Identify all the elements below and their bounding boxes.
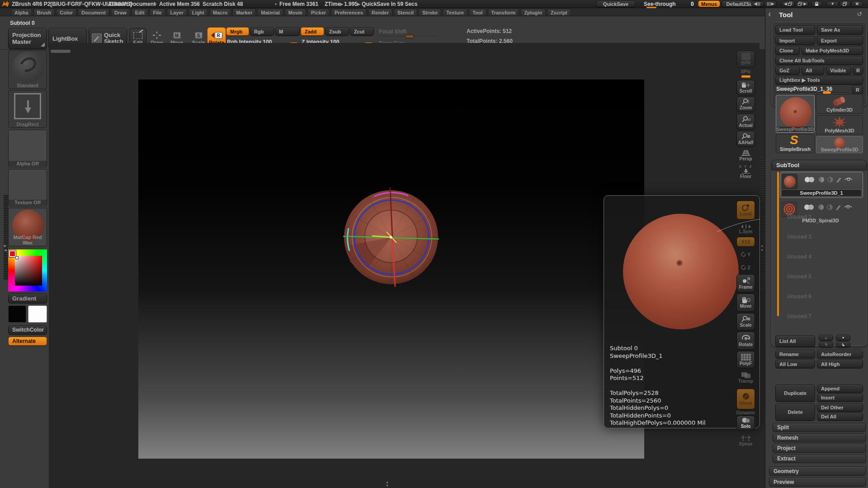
quicksave-button[interactable]: QuickSave [596, 0, 636, 7]
uv-icon[interactable] [818, 204, 824, 210]
scroll-button[interactable]: Scroll [736, 80, 755, 95]
displacement-icon[interactable] [827, 177, 833, 183]
bpr-button[interactable]: BPR [736, 51, 755, 68]
autoreorder-button[interactable]: AutoReorder [817, 350, 863, 358]
menu-material[interactable]: Material [257, 9, 283, 16]
zadd-button[interactable]: Zadd [301, 27, 324, 36]
paintbrush-icon[interactable] [835, 204, 841, 210]
focal-shift-knob[interactable] [405, 35, 414, 38]
clone-button[interactable]: Clone [775, 46, 800, 55]
subtool-slot-unused[interactable]: Unused 7 [787, 313, 811, 319]
mrgb-button[interactable]: Mrgb [226, 27, 249, 36]
section-geometry[interactable]: Geometry [769, 466, 866, 476]
scale-view-button[interactable]: Scale [736, 313, 755, 330]
menu-alpha[interactable]: Alpha [11, 9, 32, 16]
xpose-button[interactable]: Xpose [736, 433, 755, 448]
subtool-slot-unused[interactable]: Unused 2 [787, 214, 811, 220]
ghost-button[interactable]: Ghost [736, 389, 755, 409]
left-scroll-arrow[interactable]: ▶ [4, 244, 6, 247]
menu-brush[interactable]: Brush [33, 9, 55, 16]
material-button[interactable]: MatCap Red Wax [8, 208, 47, 246]
right-scroll-arrow[interactable]: ▲ [760, 244, 764, 247]
all-low-button[interactable]: All Low [775, 360, 815, 368]
uv-icon[interactable] [818, 177, 825, 183]
section-remesh[interactable]: Remesh [773, 433, 866, 442]
stroke-button[interactable]: DragRect [8, 90, 47, 128]
section-project[interactable]: Project [773, 444, 866, 453]
save-as-button[interactable]: Save As [817, 25, 863, 34]
menu-document[interactable]: Document [78, 9, 109, 16]
menu-stencil[interactable]: Stencil [394, 9, 417, 16]
list-all-button[interactable]: List All [775, 335, 815, 347]
menu-transform[interactable]: Transform [488, 9, 519, 16]
spix-slider-knob[interactable] [741, 75, 751, 78]
import-button[interactable]: Import [775, 36, 815, 45]
eye-icon[interactable] [844, 177, 853, 183]
displacement-icon[interactable] [827, 204, 833, 210]
menu-macro[interactable]: Macro [209, 9, 231, 16]
aahalf-button[interactable]: AAHalf [736, 131, 755, 147]
sculpt-object[interactable] [332, 178, 450, 296]
zsub-button[interactable]: Zsub [325, 27, 349, 36]
z-axis-button[interactable]: Z [736, 262, 755, 273]
color-picker[interactable] [8, 249, 47, 291]
lock-button[interactable] [811, 1, 822, 7]
goz-r-button[interactable]: R [853, 66, 863, 75]
subtool-moveout-button[interactable]: ↳ [836, 342, 850, 347]
alpha-button[interactable]: Alpha Off [8, 130, 47, 167]
del-all-button[interactable]: Del All [817, 413, 863, 421]
paintbrush-icon[interactable] [836, 177, 842, 183]
active-tool-thumbnail[interactable]: SweepProfile3D_1 [776, 95, 815, 133]
subtool-slot-unused[interactable]: Unused 3 [787, 234, 811, 240]
subtool-down-button[interactable]: ▼ [836, 335, 850, 341]
subtool-up-button[interactable]: ▲ [819, 335, 833, 341]
transp-button[interactable]: Transp [736, 370, 755, 386]
menu-color[interactable]: Color [56, 9, 76, 16]
menu-stroke[interactable]: Stroke [419, 9, 441, 16]
load-tool-button[interactable]: Load Tool [775, 25, 815, 34]
simplebrush-tool[interactable]: S SimpleBrush [776, 134, 815, 153]
close-button[interactable]: ✕ [851, 1, 863, 7]
canvas-bottom-scroll-down[interactable]: ▼ [386, 484, 389, 487]
all-high-button[interactable]: All High [817, 360, 863, 368]
move-view-button[interactable]: Move [736, 294, 755, 312]
menu-file[interactable]: File [150, 9, 165, 16]
rotate-view-button[interactable]: Rotate [736, 332, 755, 350]
current-brush-button[interactable]: Standard [8, 50, 47, 89]
actual-button[interactable]: x1 Actual [736, 114, 755, 130]
section-split[interactable]: Split [773, 423, 866, 432]
persp-button[interactable]: Persp [736, 148, 755, 163]
cylinder3d-tool[interactable]: Cylinder3D [816, 94, 863, 114]
menu-layer[interactable]: Layer [167, 9, 187, 16]
eye-icon[interactable] [844, 204, 852, 210]
menu-texture[interactable]: Texture [443, 9, 467, 16]
menu-preferences[interactable]: Preferences [331, 9, 367, 16]
frame-button[interactable]: Frame [736, 274, 755, 292]
tool-r-button[interactable]: R [852, 85, 863, 94]
sv-square[interactable] [15, 256, 42, 286]
menu-picker[interactable]: Picker [307, 9, 330, 16]
lightbox-tools-button[interactable]: Lightbox ▶ Tools [775, 76, 863, 84]
goz-all-button[interactable]: All [802, 66, 824, 75]
menu-light[interactable]: Light [189, 9, 208, 16]
subtool-row[interactable]: PM3D_Spiral3D [780, 200, 863, 225]
rgb-button[interactable]: Rgb [250, 27, 274, 36]
panel-back-icon[interactable]: ‹ [768, 9, 771, 19]
subtool-slot-unused[interactable]: Unused 6 [787, 293, 811, 300]
switch-color-button[interactable]: SwitchColor [8, 325, 47, 334]
alternate-button[interactable]: Alternate [8, 337, 47, 346]
projection-master-button[interactable]: Projection Master [8, 28, 47, 49]
insert-button[interactable]: Insert [817, 394, 863, 402]
menu-movie[interactable]: Movie [285, 9, 306, 16]
history-back-button[interactable]: ◀ [751, 1, 764, 7]
xyz-button[interactable]: XYZ [736, 237, 755, 247]
del-other-button[interactable]: Del Other [817, 404, 863, 412]
solo-button[interactable]: Solo [736, 416, 755, 430]
next-document-button[interactable]: ▶ [796, 1, 809, 7]
sweepprofile3d-tool[interactable]: SweepProfile3D [816, 136, 863, 153]
restore-button[interactable] [840, 1, 850, 7]
right-scroll-arrow[interactable]: ▼ [760, 249, 764, 252]
subtool-row-selected[interactable]: SweepProfile3D_1 [780, 172, 863, 198]
left-scroll-strip[interactable] [4, 194, 8, 280]
prev-document-button[interactable]: ◀ [782, 1, 795, 7]
